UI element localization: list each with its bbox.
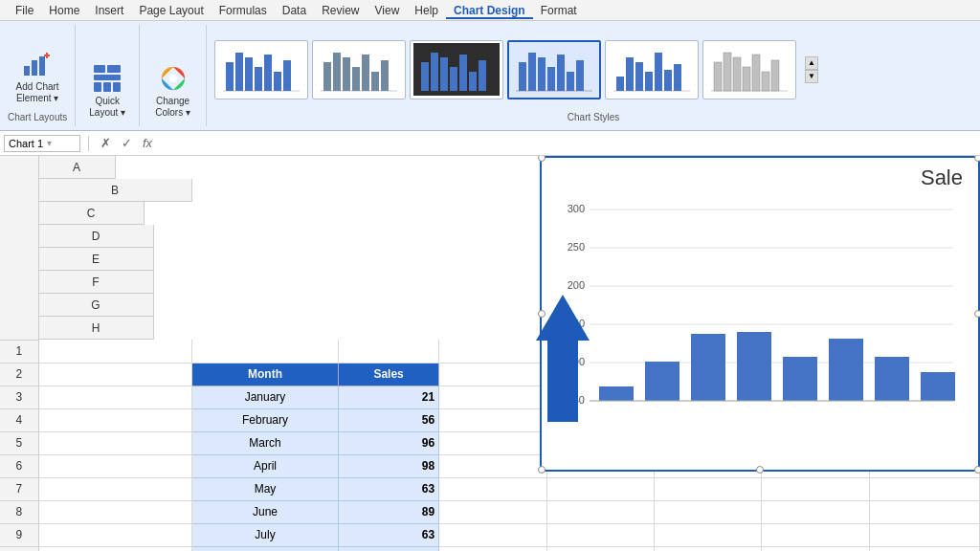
chart-style-2[interactable] xyxy=(312,40,406,99)
cell-b6[interactable]: April xyxy=(192,454,339,477)
cell-b9[interactable]: July xyxy=(192,523,339,546)
resize-handle-bl[interactable] xyxy=(538,466,546,474)
cell-b5[interactable]: March xyxy=(192,431,339,454)
bar-aug[interactable] xyxy=(921,372,955,401)
chart-style-6[interactable] xyxy=(702,40,796,99)
row-header-5[interactable]: 5 xyxy=(0,431,38,454)
row-header-7[interactable]: 7 xyxy=(0,477,38,500)
cell-a8[interactable] xyxy=(38,500,192,523)
row-header-1[interactable]: 1 xyxy=(0,340,38,363)
cell-c4[interactable]: 56 xyxy=(338,408,438,431)
chart-style-3[interactable] xyxy=(410,40,503,99)
cell-d10[interactable] xyxy=(439,546,546,551)
col-header-h[interactable]: H xyxy=(39,317,154,340)
menu-page-layout[interactable]: Page Layout xyxy=(131,2,211,19)
formula-input[interactable] xyxy=(160,137,976,150)
cell-g9[interactable] xyxy=(762,523,869,546)
col-header-f[interactable]: F xyxy=(39,271,154,294)
col-header-e[interactable]: E xyxy=(39,248,154,271)
col-header-a[interactable]: A xyxy=(39,156,116,179)
bar-jul[interactable] xyxy=(875,357,909,401)
cell-c1[interactable] xyxy=(338,340,438,363)
cell-c7[interactable]: 63 xyxy=(338,477,438,500)
cell-h8[interactable] xyxy=(869,500,979,523)
cell-f9[interactable] xyxy=(655,523,762,546)
cell-a9[interactable] xyxy=(38,523,192,546)
confirm-formula-button[interactable]: ✓ xyxy=(118,135,135,152)
cell-c3[interactable]: 21 xyxy=(338,386,438,408)
cell-d9[interactable] xyxy=(439,523,546,546)
row-header-6[interactable]: 6 xyxy=(0,454,38,477)
cell-a4[interactable] xyxy=(38,408,192,431)
cell-d4[interactable] xyxy=(439,408,546,431)
bar-jun[interactable] xyxy=(829,339,863,401)
cell-c8[interactable]: 89 xyxy=(338,500,438,523)
cancel-formula-button[interactable]: ✗ xyxy=(97,135,114,152)
chart-style-1[interactable] xyxy=(214,40,308,99)
resize-handle-br[interactable] xyxy=(974,466,980,474)
cell-e10[interactable] xyxy=(546,546,654,551)
bar-apr[interactable] xyxy=(737,332,771,401)
row-header-9[interactable]: 9 xyxy=(0,523,38,546)
menu-view[interactable]: View xyxy=(368,2,408,19)
cell-b3[interactable]: January xyxy=(192,386,339,408)
cell-b1[interactable] xyxy=(192,340,339,363)
cell-e7[interactable] xyxy=(546,477,654,500)
cell-h7[interactable] xyxy=(869,477,979,500)
row-header-4[interactable]: 4 xyxy=(0,408,38,431)
cell-g8[interactable] xyxy=(762,500,869,523)
menu-home[interactable]: Home xyxy=(41,2,87,19)
cell-e9[interactable] xyxy=(546,523,654,546)
menu-format[interactable]: Format xyxy=(533,2,585,19)
row-header-2[interactable]: 2 xyxy=(0,363,38,386)
col-header-d[interactable]: D xyxy=(39,225,154,248)
cell-b8[interactable]: June xyxy=(192,500,339,523)
cell-a2[interactable] xyxy=(38,363,192,386)
scroll-down-button[interactable]: ▼ xyxy=(805,70,818,83)
cell-d6[interactable] xyxy=(439,454,546,477)
menu-review[interactable]: Review xyxy=(314,2,367,19)
cell-c6[interactable]: 98 xyxy=(338,454,438,477)
col-header-g[interactable]: G xyxy=(39,294,154,317)
cell-b7[interactable]: May xyxy=(192,477,339,500)
menu-data[interactable]: Data xyxy=(275,2,314,19)
cell-a3[interactable] xyxy=(38,386,192,408)
cell-d5[interactable] xyxy=(439,431,546,454)
cell-h9[interactable] xyxy=(869,523,979,546)
cell-b4[interactable]: February xyxy=(192,408,339,431)
cell-c5[interactable]: 96 xyxy=(338,431,438,454)
bar-may[interactable] xyxy=(783,357,817,401)
scroll-up-button[interactable]: ▲ xyxy=(805,56,818,70)
cell-b10[interactable]: August xyxy=(192,546,339,551)
quick-layout-button[interactable]: QuickLayout ▾ xyxy=(83,59,131,122)
cell-a5[interactable] xyxy=(38,431,192,454)
cell-d7[interactable] xyxy=(439,477,546,500)
menu-formulas[interactable]: Formulas xyxy=(212,2,275,19)
cell-a6[interactable] xyxy=(38,454,192,477)
cell-c9[interactable]: 63 xyxy=(338,523,438,546)
resize-handle-mr[interactable] xyxy=(974,310,980,318)
cell-a10[interactable] xyxy=(38,546,192,551)
resize-handle-tr[interactable] xyxy=(974,156,980,162)
cell-e8[interactable] xyxy=(546,500,654,523)
cell-f8[interactable] xyxy=(655,500,762,523)
cell-g10[interactable] xyxy=(762,546,869,551)
cell-a7[interactable] xyxy=(38,477,192,500)
col-header-c[interactable]: C xyxy=(39,202,145,225)
cell-b2-month[interactable]: Month xyxy=(192,363,339,386)
cell-a1[interactable] xyxy=(38,340,192,363)
resize-handle-bm[interactable] xyxy=(756,466,764,474)
menu-insert[interactable]: Insert xyxy=(87,2,131,19)
menu-chart-design[interactable]: Chart Design xyxy=(446,2,533,19)
chart-style-4[interactable] xyxy=(507,40,601,99)
chart-styles-scrollbar[interactable]: ▲ ▼ xyxy=(804,55,819,85)
change-colors-button[interactable]: ChangeColors ▾ xyxy=(149,59,196,122)
cell-g7[interactable] xyxy=(762,477,869,500)
menu-help[interactable]: Help xyxy=(407,2,446,19)
bar-jan[interactable] xyxy=(599,386,634,401)
row-header-8[interactable]: 8 xyxy=(0,500,38,523)
cell-c2-sales[interactable]: Sales xyxy=(338,363,438,386)
row-header-10[interactable]: 10 xyxy=(0,546,38,551)
cell-f7[interactable] xyxy=(655,477,762,500)
chart-area[interactable]: Sale 300 250 200 150 100 50 xyxy=(540,156,980,472)
